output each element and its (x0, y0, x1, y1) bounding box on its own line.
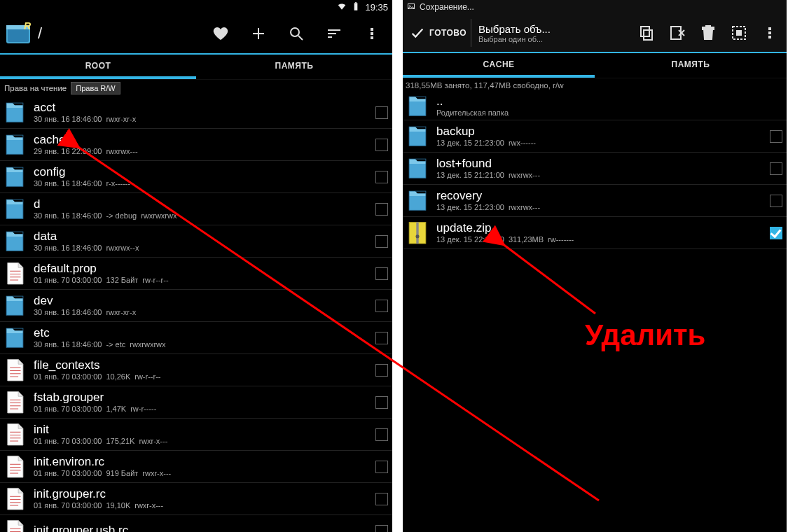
item-checkbox[interactable] (770, 162, 782, 175)
cut-icon[interactable] (663, 17, 691, 49)
item-name: default.prop (34, 262, 368, 276)
tab-memory[interactable]: ПАМЯТЬ (196, 55, 392, 79)
file-icon (3, 454, 27, 479)
svg-line-9 (298, 36, 303, 40)
tab-memory[interactable]: ПАМЯТЬ (595, 53, 787, 78)
item-name: d (34, 198, 368, 211)
overflow-icon[interactable] (756, 17, 784, 49)
item-meta: 01 янв. 70 03:00:00132 Байтrw-r--r-- (34, 276, 368, 284)
item-name: backup (436, 125, 763, 139)
folder-icon (3, 229, 27, 254)
list-item[interactable]: init 01 янв. 70 03:00:00175,21Krwxr-x--- (0, 419, 392, 451)
item-meta: 13 дек. 15 21:23:00rwx------ (436, 139, 763, 147)
item-checkbox[interactable] (375, 461, 388, 473)
svg-rect-64 (768, 36, 771, 38)
item-name: config (34, 166, 368, 179)
item-meta: 13 дек. 15 22:18:00311,23MBrw------- (436, 235, 763, 244)
permissions-row: Права на чтение Права R/W (0, 80, 392, 97)
item-checkbox[interactable] (770, 130, 782, 143)
list-item[interactable]: lost+found 13 дек. 15 21:21:00rwxrwx--- (403, 153, 787, 185)
list-item[interactable]: init.environ.rc 01 янв. 70 03:00:00919 Б… (0, 451, 392, 483)
list-item[interactable]: file_contexts 01 янв. 70 03:00:0010,26Kr… (0, 354, 392, 386)
done-label: ГОТОВО (429, 28, 466, 38)
file-list[interactable]: .. Родительская папка backup 13 дек. 15 … (403, 92, 787, 532)
item-checkbox[interactable] (375, 300, 388, 312)
item-checkbox[interactable] (375, 106, 388, 119)
folder-icon (3, 197, 27, 222)
item-checkbox[interactable] (770, 227, 782, 239)
list-item[interactable]: init.grouper.usb.rc (0, 515, 392, 532)
item-checkbox[interactable] (375, 332, 388, 344)
overflow-icon[interactable] (356, 18, 388, 50)
delete-icon[interactable] (694, 17, 722, 49)
copy-icon[interactable] (633, 17, 661, 49)
path-text[interactable]: / (38, 24, 42, 43)
file-list[interactable]: acct 30 янв. 16 18:46:00rwxr-xr-x cache … (0, 97, 392, 532)
selection-bar: ГОТОВО Выбрать объ... Выбран один об... (403, 14, 787, 53)
select-all-icon[interactable] (725, 17, 753, 49)
sort-icon[interactable] (318, 18, 350, 50)
list-item[interactable]: dev 30 янв. 16 18:46:00rwxr-xr-x (0, 290, 392, 322)
battery-icon (351, 1, 361, 13)
item-meta: 01 янв. 70 03:00:00919 Байтrwxr-x--- (34, 469, 368, 477)
list-item[interactable]: fstab.grouper 01 янв. 70 03:00:001,47Krw… (0, 386, 392, 419)
list-item[interactable]: data 30 янв. 16 18:46:00rwxrwx--x (0, 225, 392, 258)
permissions-toggle[interactable]: Права R/W (71, 82, 120, 94)
item-name: dev (34, 295, 368, 308)
zip-icon (406, 220, 429, 246)
add-icon[interactable] (242, 18, 275, 50)
item-checkbox[interactable] (375, 396, 388, 409)
done-button[interactable]: ГОТОВО (406, 19, 471, 47)
list-item[interactable]: cache 29 янв. 16 22:09:00rwxrwx--- (0, 129, 392, 161)
app-logo[interactable]: R (4, 20, 32, 48)
item-meta: 01 янв. 70 03:00:0019,10Krwxr-x--- (34, 501, 368, 510)
item-checkbox[interactable] (375, 139, 388, 151)
list-item[interactable]: init.grouper.rc 01 янв. 70 03:00:0019,10… (0, 483, 392, 515)
item-name: etc (34, 327, 368, 340)
wifi-icon (337, 1, 347, 13)
favorite-icon[interactable] (205, 18, 237, 50)
list-item[interactable]: d 30 янв. 16 18:46:00-> debugrwxrwxrwx (0, 193, 392, 225)
search-icon[interactable] (280, 18, 312, 50)
item-meta: 30 янв. 16 18:46:00rwxrwx--x (34, 244, 368, 252)
item-checkbox[interactable] (375, 235, 388, 248)
item-checkbox[interactable] (375, 171, 388, 183)
item-checkbox[interactable] (375, 428, 388, 441)
item-meta: 30 янв. 16 18:46:00r-x------ (34, 179, 368, 188)
item-checkbox[interactable] (375, 267, 388, 280)
item-name: init (34, 424, 368, 437)
item-meta: 01 янв. 70 03:00:00175,21Krwxr-x--- (34, 437, 368, 445)
tab-root[interactable]: ROOT (0, 55, 196, 79)
item-name: file_contexts (34, 359, 368, 372)
folder-icon (406, 188, 429, 214)
list-item[interactable]: default.prop 01 янв. 70 03:00:00132 Байт… (0, 258, 392, 290)
item-checkbox[interactable] (375, 525, 388, 533)
item-checkbox[interactable] (375, 203, 388, 216)
item-checkbox[interactable] (770, 195, 782, 207)
list-item[interactable]: config 30 янв. 16 18:46:00r-x------ (0, 161, 392, 193)
svg-point-71 (415, 234, 419, 238)
parent-folder[interactable]: .. Родительская папка (403, 92, 787, 120)
list-item[interactable]: update.zip 13 дек. 15 22:18:00311,23MBrw… (403, 217, 787, 249)
item-meta: 01 янв. 70 03:00:0010,26Krw-r--r-- (34, 372, 368, 381)
list-item[interactable]: recovery 13 дек. 15 21:23:00rwxrwx--- (403, 185, 787, 217)
item-name: recovery (436, 190, 763, 203)
status-time: 19:35 (365, 2, 388, 13)
item-name: data (34, 230, 368, 244)
svg-rect-15 (371, 36, 373, 39)
item-name: acct (34, 102, 368, 115)
item-checkbox[interactable] (375, 493, 388, 505)
folder-icon (3, 326, 27, 351)
svg-text:R: R (24, 20, 32, 31)
list-item[interactable]: acct 30 янв. 16 18:46:00rwxr-xr-x (0, 97, 392, 129)
list-item[interactable]: backup 13 дек. 15 21:23:00rwx------ (403, 120, 787, 153)
svg-rect-62 (768, 27, 771, 30)
tab-cache[interactable]: CACHE (403, 53, 595, 78)
svg-rect-54 (641, 27, 649, 36)
item-checkbox[interactable] (375, 364, 388, 377)
permissions-label: Права на чтение (4, 84, 67, 92)
svg-rect-14 (371, 32, 373, 35)
window-title-text: Сохранение... (420, 2, 474, 12)
list-item[interactable]: etc 30 янв. 16 18:46:00-> etcrwxrwxrwx (0, 322, 392, 354)
status-bar: 19:35 (0, 0, 392, 14)
